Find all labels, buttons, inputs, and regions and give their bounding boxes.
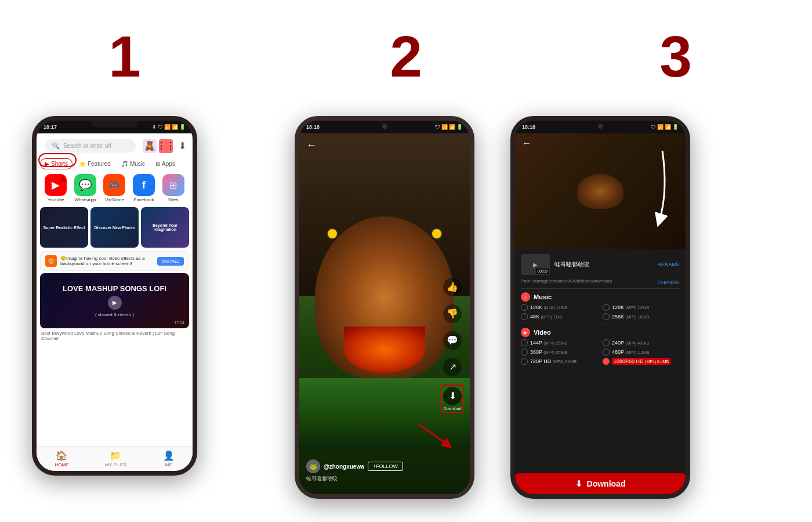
radio-240p	[603, 339, 610, 346]
back-button-phone3[interactable]: ←	[522, 138, 531, 148]
video-144p-label: 144P (MP4) 259kB	[530, 340, 567, 346]
music-128k-m4a-label: 128K (M4A) 143kB	[530, 304, 567, 310]
nav-home-label: HOME	[55, 462, 68, 467]
tab-featured[interactable]: ⭐ Featured	[75, 159, 115, 169]
ad-banner: 🎨 😊Imagine having cool video effects as …	[40, 251, 189, 271]
music-note-icon: ♪	[524, 295, 527, 300]
frog-thumb	[577, 174, 624, 209]
battery-icon: 🔋	[179, 124, 186, 130]
download-toolbar-icon[interactable]: ⬇	[175, 139, 189, 153]
white-arrow-annotation	[628, 145, 674, 238]
rename-button[interactable]: RENAME	[657, 262, 680, 267]
music-256k-mp3-label: 256K (MP3) 162kB	[612, 314, 649, 320]
featured-icon: ⭐	[79, 161, 86, 167]
phone-2-frame: 18:18 🛡 📶 📶 🔋 ←	[295, 116, 474, 499]
search-placeholder: Search or enter url	[63, 143, 111, 149]
radio-480p	[603, 349, 610, 356]
app-vidgame[interactable]: 🎮 VidGame	[103, 174, 125, 202]
wifi-icon: 📶	[164, 124, 171, 130]
comment-button[interactable]: 💬	[443, 331, 462, 350]
tab-music-label: Music	[130, 161, 145, 167]
music-128k-m4a[interactable]: 128K (M4A) 143kB	[521, 304, 598, 311]
video-play-icon: ▶	[524, 330, 527, 335]
music-section-label: Music	[534, 293, 552, 300]
phone1-status-icons: ⬇ 🛡 📶 📶 🔋	[152, 124, 186, 130]
share-button[interactable]: ↗	[443, 358, 462, 376]
download-video-button[interactable]: ⬇ Download	[441, 385, 464, 413]
app-sites-label: Sites	[168, 197, 179, 202]
video-240p[interactable]: 240P (MP4) 400kB	[603, 339, 680, 346]
music-48k-mp3[interactable]: 48K (MP3) 71kB	[521, 313, 598, 320]
play-button[interactable]: ▶	[108, 296, 122, 310]
app-whatsapp[interactable]: 💬 WhatsApp	[74, 174, 96, 202]
phone-3-frame: 18:18 🛡 📶 📶 🔋 ←	[510, 116, 690, 499]
change-button[interactable]: CHANGE	[657, 280, 680, 285]
tab-shorts[interactable]: ▶ Shorts	[40, 158, 72, 169]
download-btn-icon: ⬇	[575, 479, 582, 488]
grid-icon: ⋮⋮	[159, 139, 173, 153]
music-48k-mp3-label: 48K (MP3) 71kB	[530, 314, 562, 320]
tab-featured-label: Featured	[88, 161, 111, 167]
apps-icon: ⊞	[155, 161, 160, 167]
download-panel: ▶ 00:09 蛙哥嗑都敢咬 RENAME Path:/storage/emul…	[515, 249, 686, 373]
video-section-label: Video	[534, 329, 551, 336]
music-section-icon: ♪	[521, 292, 530, 302]
tab-row: ▶ Shorts ⭐ Featured 🎵 Music ⊞ Apps	[37, 158, 193, 169]
music-128k-mp3[interactable]: 128K (MP3) 143kB	[603, 304, 680, 311]
shield-icon-p3: 🛡	[651, 124, 656, 130]
whatsapp-logo: 💬	[79, 179, 92, 191]
search-bar[interactable]: 🔍 Search or enter url	[45, 139, 136, 153]
radio-256k-mp3	[603, 313, 610, 320]
music-banner[interactable]: LOVE MASHUP SONGS LOFI ▶ ( slowed & reve…	[40, 273, 189, 328]
promo-banner-3[interactable]: Beyond Your Imagination	[141, 207, 189, 248]
video-720p[interactable]: 720P HD (MP4) 2.6MB	[521, 358, 598, 365]
follow-button[interactable]: +FOLLOW	[368, 462, 403, 471]
play-icon-thumb: ▶	[533, 262, 538, 268]
sites-logo: ⊞	[169, 180, 177, 191]
nav-me[interactable]: 👤 ME	[163, 450, 175, 467]
tab-music[interactable]: 🎵 Music	[117, 159, 149, 169]
video-thumbnail: ▶ 00:09	[521, 254, 550, 275]
app-facebook[interactable]: f Facebook	[133, 174, 155, 202]
music-256k-mp3[interactable]: 256K (MP3) 162kB	[603, 313, 680, 320]
music-title: LOVE MASHUP SONGS LOFI	[63, 284, 166, 293]
nav-myfiles[interactable]: 📁 MY FILES	[105, 450, 126, 467]
divider-1	[521, 288, 680, 289]
file-info-row: ▶ 00:09 蛙哥嗑都敢咬 RENAME	[521, 254, 680, 275]
video-bottom-info: 🐸 @zhongxuewa +FOLLOW 蛙哥嗑都敢咬	[306, 459, 435, 483]
frog-mouth	[344, 327, 425, 373]
tab-apps-label: Apps	[162, 161, 175, 167]
music-128k-mp3-label: 128K (MP3) 143kB	[612, 304, 649, 310]
frog-eye-right	[431, 228, 443, 240]
app-sites[interactable]: ⊞ Sites	[162, 174, 184, 202]
promo-banner-1[interactable]: Super Realistic Effect	[40, 207, 88, 248]
promo-banner-2[interactable]: Discover New Places	[90, 207, 139, 248]
download-icon: ⬇	[152, 124, 157, 130]
phone3-camera	[598, 124, 603, 129]
radio-128k-mp3	[603, 304, 610, 311]
back-button-phone2[interactable]: ←	[306, 139, 317, 151]
avatar-icon: 🧸	[143, 139, 157, 153]
nav-home[interactable]: 🏠 HOME	[55, 450, 68, 467]
install-button[interactable]: INSTALL	[157, 257, 184, 266]
download-button[interactable]: ⬇ Download	[515, 473, 686, 494]
app-youtube[interactable]: ▶ Youtube	[45, 174, 67, 202]
phone3-time: 18:18	[522, 124, 535, 130]
signal-icon-p3: 📶	[665, 124, 671, 130]
video-480p[interactable]: 480P (MP4) 1.1MB	[603, 349, 680, 356]
user-avatar-p2: 🐸	[306, 459, 320, 473]
like-icon: 👍	[443, 278, 462, 296]
phone3-screen: ← ▶ 00:09	[515, 133, 686, 494]
video-1080p[interactable]: 1080P60 HD (MP4) 6.4MB	[603, 358, 680, 365]
phone2-screen: ← 👍 👎 💬 ↗ ⬇ Download 🐸	[299, 133, 470, 494]
tab-apps[interactable]: ⊞ Apps	[151, 159, 179, 169]
dislike-button[interactable]: 👎	[443, 304, 462, 323]
like-button[interactable]: 👍	[443, 278, 462, 296]
video-360p[interactable]: 360P (MP4) 656kB	[521, 349, 598, 356]
phone2-status-icons: 🛡 📶 📶 🔋	[435, 124, 463, 130]
video-144p[interactable]: 144P (MP4) 259kB	[521, 339, 598, 346]
shield-icon-p2: 🛡	[435, 124, 440, 130]
app-vidgame-label: VidGame	[105, 197, 124, 202]
video-360p-label: 360P (MP4) 656kB	[530, 349, 567, 355]
battery-icon-p3: 🔋	[672, 124, 679, 130]
